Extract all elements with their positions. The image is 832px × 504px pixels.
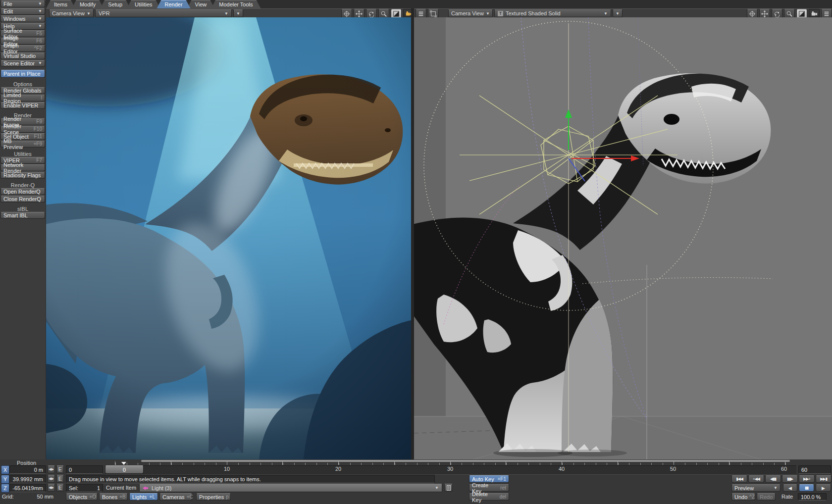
objects-filter-button[interactable]: Objects+O [66,493,98,501]
shortcut-label: +F9 [33,141,42,147]
go-first-icon: ▮◀◀ [736,476,743,482]
tab-utilities[interactable]: Utilities [127,0,160,8]
pause-button[interactable]: ▮▮ [799,484,814,492]
button-label: Radiosity Flags [3,172,41,178]
play-reverse-button[interactable]: ◀ [783,484,797,492]
prev-key-icon: +◀◀ [753,476,760,482]
z-position-field[interactable]: -65.0419mm [9,484,46,492]
left-viewport-camera-vpr[interactable] [46,17,411,459]
render-scene-button[interactable]: Render SceneF10 [0,126,45,133]
radiosity-flags-button[interactable]: Radiosity Flags [0,172,45,179]
menu-edit[interactable]: Edit▼ [0,8,45,15]
virtual-studio-button[interactable]: Virtual Studio [0,52,45,59]
go-last-button[interactable]: ▶▶▮ [816,475,832,483]
shortcut-label: ret [500,485,506,491]
network-render-button[interactable]: Network Render [0,164,45,171]
view-mode-label: Camera View [451,10,484,16]
left-viewport-options-dropdown[interactable]: ▼ [233,9,243,17]
item-properties-panel-button[interactable] [444,484,453,492]
right-render-mode-dropdown[interactable]: T Textured Shaded Solid ▼ [494,9,611,17]
properties-button[interactable]: Propertiesp [196,493,231,501]
open-renderq-button[interactable]: Open RenderQ [0,188,45,195]
z-envelope-button[interactable]: E [56,484,64,492]
right-view-mode-dropdown[interactable]: Camera View ▼ [448,9,493,17]
x-position-field[interactable]: 0 m [9,465,46,474]
shortcut-label: +C [187,494,193,500]
button-label: Redo [760,494,773,500]
y-envelope-button[interactable]: E [56,475,64,483]
z-axis-badge[interactable]: Z [1,484,9,493]
shortcut-label: +B [119,494,126,500]
right-viewport-options-dropdown[interactable]: ▼ [613,9,623,17]
sel-count: 1 [97,485,100,491]
prev-key-button[interactable]: +◀◀ [748,475,764,483]
y-position-field[interactable]: 39.9992 mm [9,475,46,483]
chevron-down-icon: ▼ [87,11,91,16]
menu-file-label: File [3,1,12,7]
frame-slider-handle[interactable]: 0 [105,465,144,474]
redo-button[interactable]: Redo [757,493,776,501]
smart-ibl-button[interactable]: Smart IBL [0,212,45,219]
tab-render[interactable]: Render [157,0,191,8]
next-key-button[interactable]: ▶▶+ [799,475,815,483]
button-label: MB Preview [3,138,31,150]
step-back-icon: ◀▮▮ [770,476,776,482]
button-label: Enable VIPER [3,102,38,108]
undo-button[interactable]: Undo^Z [731,493,755,501]
bones-filter-button[interactable]: Bones+B [99,493,128,501]
go-last-icon: ▶▶▮ [820,476,827,482]
tab-items[interactable]: Items [46,0,75,8]
y-stepper[interactable]: ◀▶ [48,475,55,483]
x-axis-badge[interactable]: X [1,465,9,474]
shortcut-label: F9 [36,119,42,125]
right-viewport-camera-shaded[interactable] [414,17,832,459]
go-first-button[interactable]: ▮◀◀ [731,475,747,483]
step-forward-button[interactable]: ▮▮▶ [782,475,798,483]
parent-in-place-button[interactable]: Parent in Place [0,70,45,78]
limited-region-button[interactable]: Limited Regionl [0,95,45,101]
shortcut-label: l [41,95,42,101]
last-frame-field[interactable]: 60 [798,465,831,474]
rate-value-field[interactable]: 100.0 % [798,493,827,501]
tab-modeler-tools[interactable]: Modeler Tools [211,0,260,8]
grid-value: 50 mm [30,494,53,500]
frame-number-field[interactable]: 0 [66,465,103,474]
light-item-icon [143,486,149,491]
left-view-mode-dropdown[interactable]: Camera View ▼ [49,9,94,17]
shortcut-label: ^F2 [34,46,42,51]
shortcut-label: del [500,494,506,500]
vpr-render-scene [46,17,411,459]
preview-dropdown[interactable]: Preview▼ [731,484,780,492]
chevron-down-icon: ▼ [435,486,439,490]
x-stepper[interactable]: ◀▶ [48,465,55,473]
lights-filter-button[interactable]: Lights+L [129,493,158,501]
x-envelope-button[interactable]: E [56,465,64,473]
timeline-tick-label: 40 [555,466,569,472]
chevron-down-icon: ▼ [38,8,42,14]
shortcut-label: +F1 [497,476,506,482]
graph-editor-button[interactable]: Graph Editor^F2 [0,45,45,52]
button-label: Delete Key [472,491,498,503]
tab-modify[interactable]: Modify [72,0,104,8]
mb-preview-button[interactable]: MB Preview+F9 [0,141,45,148]
cameras-filter-button[interactable]: Cameras+C [159,493,192,501]
y-axis-badge[interactable]: Y [1,475,9,484]
scene-editor-button[interactable]: Scene Editor▼ [0,60,45,67]
play-forward-button[interactable]: ▶ [816,484,831,492]
current-item-dropdown[interactable]: Light (3) ▼ [139,484,442,492]
delete-key-button[interactable]: Delete Keydel [469,493,509,501]
chevron-down-icon: ▼ [616,11,620,16]
section-header-options: Options [0,81,46,87]
menu-file[interactable]: File▼ [0,0,45,7]
tab-view[interactable]: View [187,0,215,8]
shortcut-label: F10 [34,126,42,132]
render-mode-label: Textured Shaded Solid [506,10,561,16]
z-stepper[interactable]: ◀▶ [48,484,55,492]
left-render-mode-dropdown[interactable]: VPR ▼ [95,9,232,17]
tab-setup[interactable]: Setup [100,0,130,8]
play-forward-icon: ▶ [822,485,825,491]
menu-windows[interactable]: Windows▼ [0,15,45,22]
close-renderq-button[interactable]: Close RenderQ [0,196,45,202]
step-back-button[interactable]: ◀▮▮ [765,475,781,483]
section-header-utilities: Utilities [0,151,46,157]
